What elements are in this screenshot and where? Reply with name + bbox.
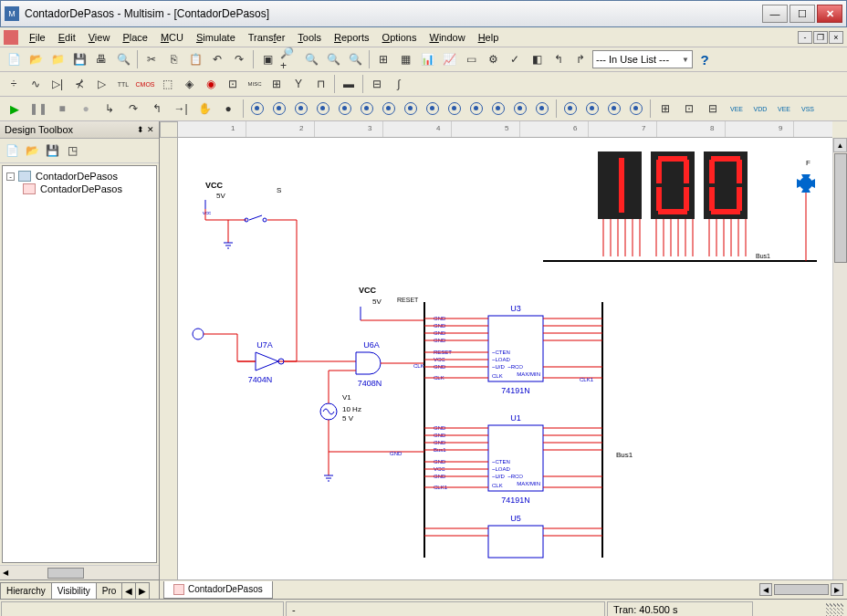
menu-place[interactable]: Place [117,30,153,45]
run-button[interactable]: ▶ [4,99,26,119]
multimeter-instrument[interactable] [247,99,267,119]
agilent-scope-instrument[interactable] [604,99,624,119]
mcu-component[interactable]: ▬ [339,74,359,94]
zoom-area-button[interactable]: 🔍 [323,49,343,69]
labview-instrument[interactable]: ⊞ [654,99,676,119]
four-channel-scope-instrument[interactable] [335,99,355,119]
tab-hierarchy[interactable]: Hierarchy [0,582,52,599]
mdi-restore[interactable]: ❐ [813,31,828,44]
frequency-counter-instrument[interactable] [379,99,399,119]
postprocessor-button[interactable]: 📈 [439,49,459,69]
tab-project[interactable]: Pro [96,582,123,599]
spectrum-analyzer-instrument[interactable] [510,99,530,119]
zoom-in-button[interactable]: 🔎+ [279,49,299,69]
tree-root-node[interactable]: - ContadorDePasos [6,170,152,183]
erc-button[interactable]: ✓ [505,49,525,69]
maximize-button[interactable]: ☐ [789,5,815,23]
bus-component[interactable]: ∫ [389,74,409,94]
menu-edit[interactable]: Edit [53,30,81,45]
logic-analyzer-instrument[interactable] [423,99,443,119]
cmos-component[interactable]: CMOS [135,74,155,94]
doc-tab-contador[interactable]: ContadorDePasos [163,581,273,599]
menu-transfer[interactable]: Transfer [243,30,291,45]
tree-collapse-icon[interactable]: - [6,172,15,181]
rf-component[interactable]: Y [288,74,308,94]
pause-button[interactable]: ❚❚ [27,99,49,119]
measurement-probe[interactable]: ⊡ [678,99,700,119]
copy-button[interactable]: ⎘ [163,49,183,69]
diode-component[interactable]: ▷| [47,74,68,94]
menu-reports[interactable]: Reports [329,30,375,45]
canvas-hscroll[interactable]: ◀ ▶ [273,583,847,596]
mdi-minimize[interactable]: - [798,31,812,44]
forward-annotate-button[interactable]: ↱ [570,49,591,69]
network-analyzer-instrument[interactable] [532,99,552,119]
hierarchy-component[interactable]: ⊟ [367,74,387,94]
menu-view[interactable]: View [83,30,116,45]
new-button[interactable]: 📄 [4,49,24,69]
agilent-mm-instrument[interactable] [582,99,602,119]
misc-digital-component[interactable]: ⬚ [157,74,177,94]
current-probe[interactable]: ⊟ [702,99,724,119]
ttl-component[interactable]: TTL [113,74,133,94]
tab-scroll-right[interactable]: ▶ [135,582,150,599]
tab-scroll-left[interactable]: ◀ [121,582,136,599]
component-wizard-button[interactable]: ⚙ [483,49,503,69]
probe-vee2[interactable]: VEE [773,99,795,119]
probe-vss[interactable]: VSS [797,99,819,119]
step-into-button[interactable]: ↳ [99,99,120,119]
menu-options[interactable]: Options [377,30,423,45]
close-design-button[interactable]: ◳ [63,141,81,160]
redo-button[interactable]: ↷ [229,49,249,69]
advanced-component[interactable]: ⊞ [267,74,287,94]
zoom-out-button[interactable]: 🔍 [301,49,321,69]
word-generator-instrument[interactable] [401,99,421,119]
sidebar-pin-icon[interactable]: ⬍ ✕ [137,125,154,134]
open-design-button[interactable]: 📂 [23,141,41,160]
sidebar-scroll-thumb[interactable] [47,568,84,579]
minimize-button[interactable]: — [762,5,788,23]
mixed-component[interactable]: ◈ [179,74,199,94]
step-out-button[interactable]: ↰ [146,99,168,119]
scroll-up-button[interactable]: ▲ [833,138,847,152]
fullscreen-button[interactable]: ▣ [257,49,277,69]
agilent-fgen-instrument[interactable] [560,99,580,119]
menu-file[interactable]: File [24,30,51,45]
paste-button[interactable]: 📋 [185,49,205,69]
function-generator-instrument[interactable] [269,99,289,119]
record-button[interactable]: ● [75,99,97,119]
zoom-fit-button[interactable]: 🔍 [345,49,365,69]
database-button[interactable]: ▦ [395,49,415,69]
resize-grip-icon[interactable] [801,603,847,616]
indicator-component[interactable]: ◉ [201,74,221,94]
iv-analyzer-instrument[interactable] [466,99,486,119]
logic-converter-instrument[interactable] [444,99,465,119]
hscroll-thumb[interactable] [774,584,829,595]
oscilloscope-instrument[interactable] [313,99,333,119]
step-over-button[interactable]: ↷ [122,99,144,119]
tree-child-node[interactable]: ContadorDePasos [23,183,152,195]
analog-component[interactable]: ▷ [91,74,111,94]
basic-component[interactable]: ∿ [26,74,46,94]
help-button[interactable]: ? [695,49,715,69]
tek-scope-instrument[interactable] [626,99,646,119]
toggle-breakpoint-button[interactable]: ● [217,99,239,119]
grapher-button[interactable]: 📊 [417,49,437,69]
in-use-list-dropdown[interactable]: --- In Use List --- ▼ [592,50,693,68]
wattmeter-instrument[interactable] [291,99,311,119]
probe-vee[interactable]: VEE [726,99,748,119]
bode-plotter-instrument[interactable] [357,99,377,119]
electromech-component[interactable]: ⊓ [310,74,330,94]
breakpoint-button[interactable]: ✋ [193,99,215,119]
mdi-close[interactable]: × [829,31,843,44]
menu-help[interactable]: Help [473,30,505,45]
open-samples-button[interactable]: 📁 [47,49,68,69]
schematic-canvas[interactable]: VCC 5V vcc S [178,138,832,579]
hscroll-right[interactable]: ▶ [831,583,843,596]
probe-point-icon[interactable] [193,329,204,339]
new-design-button[interactable]: 📄 [3,141,21,160]
print-preview-button[interactable]: 🔍 [113,49,133,69]
save-design-button[interactable]: 💾 [43,141,61,160]
tab-visibility[interactable]: Visibility [51,582,97,599]
run-to-cursor-button[interactable]: →| [170,99,192,119]
